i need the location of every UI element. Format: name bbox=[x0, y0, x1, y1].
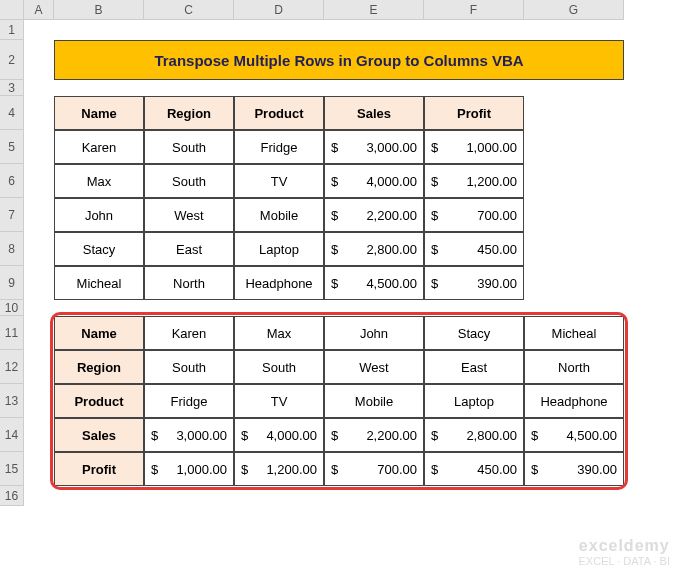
t2-Sales-1[interactable]: $4,000.00 bbox=[234, 418, 324, 452]
row-header-4[interactable]: 4 bbox=[0, 96, 24, 130]
t1-header-Sales[interactable]: Sales bbox=[324, 96, 424, 130]
col-header-F[interactable]: F bbox=[424, 0, 524, 20]
t2-Region-0[interactable]: South bbox=[144, 350, 234, 384]
t2-label-Product[interactable]: Product bbox=[54, 384, 144, 418]
row-header-15[interactable]: 15 bbox=[0, 452, 24, 486]
t2-label-Sales[interactable]: Sales bbox=[54, 418, 144, 452]
t1-product[interactable]: Fridge bbox=[234, 130, 324, 164]
row-header-6[interactable]: 6 bbox=[0, 164, 24, 198]
t2-Sales-3[interactable]: $2,800.00 bbox=[424, 418, 524, 452]
t1-profit[interactable]: $1,200.00 bbox=[424, 164, 524, 198]
t1-region[interactable]: South bbox=[144, 130, 234, 164]
t1-product[interactable]: Laptop bbox=[234, 232, 324, 266]
row-header-13[interactable]: 13 bbox=[0, 384, 24, 418]
row-header-11[interactable]: 11 bbox=[0, 316, 24, 350]
t1-profit[interactable]: $1,000.00 bbox=[424, 130, 524, 164]
t2-Name-4[interactable]: Micheal bbox=[524, 316, 624, 350]
t2-Profit-1[interactable]: $1,200.00 bbox=[234, 452, 324, 486]
t1-region[interactable]: West bbox=[144, 198, 234, 232]
row-header-14[interactable]: 14 bbox=[0, 418, 24, 452]
watermark-tag: EXCEL · DATA · BI bbox=[579, 555, 671, 567]
t1-name[interactable]: Karen bbox=[54, 130, 144, 164]
page-title[interactable]: Transpose Multiple Rows in Group to Colu… bbox=[54, 40, 624, 80]
col-header-E[interactable]: E bbox=[324, 0, 424, 20]
col-header-C[interactable]: C bbox=[144, 0, 234, 20]
t1-header-Region[interactable]: Region bbox=[144, 96, 234, 130]
row-header-8[interactable]: 8 bbox=[0, 232, 24, 266]
t1-sales[interactable]: $2,800.00 bbox=[324, 232, 424, 266]
col-header-D[interactable]: D bbox=[234, 0, 324, 20]
t2-label-Profit[interactable]: Profit bbox=[54, 452, 144, 486]
t1-profit[interactable]: $390.00 bbox=[424, 266, 524, 300]
t1-name[interactable]: Stacy bbox=[54, 232, 144, 266]
t2-Name-0[interactable]: Karen bbox=[144, 316, 234, 350]
t2-Sales-2[interactable]: $2,200.00 bbox=[324, 418, 424, 452]
t2-Profit-3[interactable]: $450.00 bbox=[424, 452, 524, 486]
row-header-9[interactable]: 9 bbox=[0, 266, 24, 300]
t1-name[interactable]: Micheal bbox=[54, 266, 144, 300]
t1-region[interactable]: South bbox=[144, 164, 234, 198]
watermark-logo: exceldemy bbox=[579, 537, 671, 555]
t1-sales[interactable]: $4,000.00 bbox=[324, 164, 424, 198]
t2-label-Region[interactable]: Region bbox=[54, 350, 144, 384]
col-header-A[interactable]: A bbox=[24, 0, 54, 20]
t1-header-Profit[interactable]: Profit bbox=[424, 96, 524, 130]
t2-Product-0[interactable]: Fridge bbox=[144, 384, 234, 418]
t2-Product-2[interactable]: Mobile bbox=[324, 384, 424, 418]
t1-product[interactable]: Mobile bbox=[234, 198, 324, 232]
t1-header-Product[interactable]: Product bbox=[234, 96, 324, 130]
t2-Product-3[interactable]: Laptop bbox=[424, 384, 524, 418]
row-headers: 12345678910111213141516 bbox=[0, 20, 24, 506]
t2-Product-1[interactable]: TV bbox=[234, 384, 324, 418]
t2-Sales-0[interactable]: $3,000.00 bbox=[144, 418, 234, 452]
row-header-1[interactable]: 1 bbox=[0, 20, 24, 40]
t1-name[interactable]: Max bbox=[54, 164, 144, 198]
t1-header-Name[interactable]: Name bbox=[54, 96, 144, 130]
t2-Name-2[interactable]: John bbox=[324, 316, 424, 350]
row-header-2[interactable]: 2 bbox=[0, 40, 24, 80]
t2-label-Name[interactable]: Name bbox=[54, 316, 144, 350]
col-header-B[interactable]: B bbox=[54, 0, 144, 20]
t1-sales[interactable]: $3,000.00 bbox=[324, 130, 424, 164]
t2-Region-3[interactable]: East bbox=[424, 350, 524, 384]
t2-Profit-0[interactable]: $1,000.00 bbox=[144, 452, 234, 486]
t2-Region-1[interactable]: South bbox=[234, 350, 324, 384]
t1-sales[interactable]: $2,200.00 bbox=[324, 198, 424, 232]
t2-Profit-4[interactable]: $390.00 bbox=[524, 452, 624, 486]
row-header-16[interactable]: 16 bbox=[0, 486, 24, 506]
t1-sales[interactable]: $4,500.00 bbox=[324, 266, 424, 300]
select-all-corner[interactable] bbox=[0, 0, 24, 20]
t2-Region-2[interactable]: West bbox=[324, 350, 424, 384]
t2-Product-4[interactable]: Headphone bbox=[524, 384, 624, 418]
t1-profit[interactable]: $700.00 bbox=[424, 198, 524, 232]
row-header-7[interactable]: 7 bbox=[0, 198, 24, 232]
t1-profit[interactable]: $450.00 bbox=[424, 232, 524, 266]
t2-Name-3[interactable]: Stacy bbox=[424, 316, 524, 350]
t2-Name-1[interactable]: Max bbox=[234, 316, 324, 350]
t1-region[interactable]: East bbox=[144, 232, 234, 266]
t2-Region-4[interactable]: North bbox=[524, 350, 624, 384]
t1-name[interactable]: John bbox=[54, 198, 144, 232]
t1-product[interactable]: Headphone bbox=[234, 266, 324, 300]
row-header-3[interactable]: 3 bbox=[0, 80, 24, 96]
column-headers: ABCDEFG bbox=[24, 0, 624, 20]
t2-Sales-4[interactable]: $4,500.00 bbox=[524, 418, 624, 452]
t1-region[interactable]: North bbox=[144, 266, 234, 300]
watermark: exceldemy EXCEL · DATA · BI bbox=[579, 537, 671, 567]
t1-product[interactable]: TV bbox=[234, 164, 324, 198]
col-header-G[interactable]: G bbox=[524, 0, 624, 20]
row-header-12[interactable]: 12 bbox=[0, 350, 24, 384]
t2-Profit-2[interactable]: $700.00 bbox=[324, 452, 424, 486]
row-header-5[interactable]: 5 bbox=[0, 130, 24, 164]
row-header-10[interactable]: 10 bbox=[0, 300, 24, 316]
